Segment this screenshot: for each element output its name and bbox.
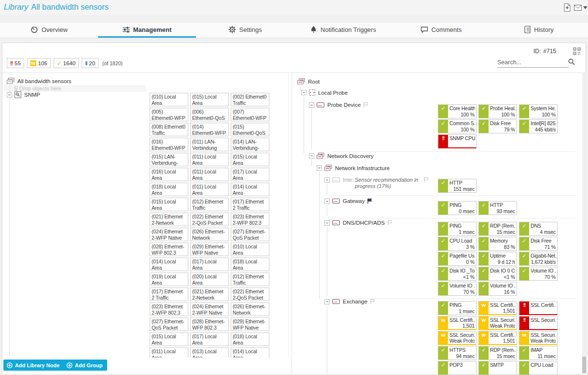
add-library-node-button[interactable]: Add Library Node xyxy=(3,360,64,371)
tab-management[interactable]: Management xyxy=(98,23,196,38)
library-sensor-box[interactable]: (015) LAN-Verbindung- xyxy=(150,153,188,166)
library-sensor-box[interactable]: (027) Ethernet-QoS Packet xyxy=(231,228,269,241)
sensor-box[interactable]: ✓ RDP (Rem... 15 msec xyxy=(478,346,517,360)
library-sensor-box[interactable]: (014) LAN-Verbindung-QoS xyxy=(231,138,269,151)
sensor-box[interactable]: ✓ Pagefile Us... 0 % xyxy=(438,252,476,266)
collapse-toggle[interactable] xyxy=(324,177,330,183)
library-sensor-box[interactable]: (014) Local Area xyxy=(231,347,269,358)
search-icon[interactable] xyxy=(568,58,575,65)
sensor-box[interactable]: W SSL Securi... Weak Proto... xyxy=(438,331,476,345)
collapse-toggle[interactable] xyxy=(309,153,314,159)
library-sensor-box[interactable]: (022) Ethernet 2-QoS Packet xyxy=(190,213,229,226)
tab-settings[interactable]: Settings xyxy=(196,23,294,38)
tree-node-dns-dhcp-ads[interactable]: DNS/DHCP/ADS xyxy=(324,220,393,226)
sensor-box[interactable]: ✓ Disk IO 0 C: <1 % xyxy=(478,267,517,281)
sensor-box[interactable]: ✓ Disk Free 71 % xyxy=(519,237,558,251)
sensor-box[interactable]: ✓ DNS 4 msec xyxy=(519,222,558,236)
sensor-box[interactable]: ✓ SMTP xyxy=(478,361,517,375)
sensor-box[interactable]: ✓ Disk Free 79 % xyxy=(478,119,517,133)
sensor-box[interactable]: ✓ PING 1 msec xyxy=(438,301,476,315)
tab-comments[interactable]: Comments xyxy=(392,23,490,38)
tree-node-internet[interactable]: Inte... xyxy=(324,177,357,183)
add-group-button[interactable]: Add Group xyxy=(63,360,107,371)
library-sensor-box[interactable]: (026) Ethernet-Network xyxy=(231,303,269,316)
library-sensor-box[interactable]: (029) Ethernet-WFP Native xyxy=(190,243,229,256)
library-sensor-box[interactable]: (024) Ethernet 2-WFP Native xyxy=(190,303,229,316)
tree-node-exchange[interactable]: Exchange xyxy=(324,299,376,304)
tab-history[interactable]: History xyxy=(490,23,588,38)
collapse-toggle[interactable] xyxy=(7,92,12,98)
sensor-box[interactable]: ✓ PING 0 msec xyxy=(438,201,476,215)
status-count-badge[interactable]: W 105 xyxy=(27,58,51,68)
library-sensor-box[interactable]: (012) Ethernet Traffic xyxy=(190,198,229,211)
library-sensor-box[interactable]: (029) Ethernet-WFP Native xyxy=(231,317,269,331)
tab-overview[interactable]: Overview xyxy=(0,23,98,38)
collapse-toggle[interactable] xyxy=(324,199,330,204)
library-sensor-box[interactable]: (011) Local Area xyxy=(190,168,229,181)
sensor-box[interactable]: ✓ Probe Heal... 100 % xyxy=(478,104,517,118)
library-sensor-box[interactable]: (017) Local Area xyxy=(231,168,269,181)
tree-node-local-probe[interactable]: Local Probe xyxy=(301,89,348,96)
library-sensor-box[interactable]: (006) Ethernet0-QoS Packet xyxy=(190,108,229,121)
library-sensor-box[interactable]: (015) Local Area xyxy=(150,332,188,346)
sensor-box[interactable]: ✓ PING 1 msec xyxy=(438,222,476,236)
sensor-box[interactable]: ✓ Intel[R] 825... 445 kbit/s xyxy=(519,119,558,133)
library-node-snmp[interactable]: SNMP xyxy=(7,91,40,98)
sensor-box[interactable]: W SSL Certifi... 1,501 xyxy=(478,331,517,345)
library-sensor-box[interactable]: (011) Local Area xyxy=(190,153,229,166)
library-sensor-box[interactable]: (018) Local Area xyxy=(231,258,269,271)
library-sensor-box[interactable]: (014) Local Area xyxy=(150,258,188,271)
library-sensor-box[interactable]: (011) LAN-Verbindung xyxy=(190,138,229,151)
sensor-box[interactable]: ✓ HTTP 93 msec xyxy=(478,201,517,215)
library-sensor-box[interactable]: (016) Local Area xyxy=(150,168,188,181)
library-sensor-box[interactable]: (010) Local Area xyxy=(231,243,269,256)
sensor-box[interactable]: ✓ Core Health 100 % xyxy=(438,104,476,118)
collapse-toggle[interactable] xyxy=(309,102,314,108)
library-sensor-box[interactable]: (023) Ethernet 2-WFP 802.3 xyxy=(150,303,188,316)
collapse-toggle[interactable] xyxy=(324,299,330,304)
sensor-box[interactable]: ✓ System He... 100 % xyxy=(519,104,558,118)
sensor-box[interactable]: ✓ Volume IO ... 70 % xyxy=(438,282,476,296)
search-input[interactable] xyxy=(497,58,569,68)
library-sensor-box[interactable]: (021) Ethernet 2-Network xyxy=(150,213,188,226)
library-sensor-box[interactable]: (012) Ethernet Traffic xyxy=(231,273,269,286)
library-sensor-box[interactable]: (015) Local Area xyxy=(150,198,188,211)
collapse-toggle[interactable] xyxy=(301,90,307,95)
email-icon[interactable] xyxy=(574,5,582,11)
sensor-box[interactable]: !! SSL Certifi... xyxy=(519,301,558,315)
sensor-box[interactable]: ✓ Volume IO ... 16 % xyxy=(478,282,517,296)
tree-node-network-discovery[interactable]: Network Discovery xyxy=(309,153,374,159)
sensor-box[interactable]: ✓ POP3 xyxy=(438,361,476,375)
library-sensor-box[interactable]: (015) Local Area xyxy=(190,93,229,106)
library-sensor-box[interactable]: (028) Ethernet-WFP 802.3 xyxy=(150,243,188,256)
library-sensor-box[interactable]: (024) Ethernet 2-WFP Native xyxy=(150,228,188,241)
library-sensor-box[interactable]: (023) Ethernet 2-WFP 802.3 xyxy=(231,213,269,226)
library-sensor-box[interactable]: (018) Local Area xyxy=(150,183,188,196)
tree-node-network-infrastructure[interactable]: Network Infrastructure xyxy=(317,165,390,171)
library-sensor-box[interactable]: (017) Ethernet 2 Traffic xyxy=(150,288,188,301)
sensor-box[interactable]: ✓ Gigabit-Net... 1,672 kbit/s xyxy=(519,252,558,266)
tree-node-probe-device[interactable]: Probe Device xyxy=(309,102,369,108)
sensor-box[interactable]: ✓ CPU Load 3 % xyxy=(438,237,476,251)
library-sensor-box[interactable]: (013) Local Area xyxy=(190,347,229,358)
collapse-toggle[interactable] xyxy=(324,220,330,226)
library-sensor-box[interactable]: (021) Ethernet 2-Network xyxy=(190,288,229,301)
library-sensor-box[interactable]: (008) Ethernet0 Traffic xyxy=(150,123,188,136)
library-sensor-box[interactable]: (014) Ethernet0-WFP Native xyxy=(190,123,229,136)
sensor-box[interactable]: ✓ CPU Load xyxy=(519,361,558,375)
library-sensor-box[interactable]: (022) Ethernet 2-QoS Packet xyxy=(231,288,269,301)
library-sensor-box[interactable]: (027) Ethernet-QoS Packet xyxy=(150,317,188,331)
device-tree-root[interactable]: Root xyxy=(297,78,320,85)
collapse-toggle[interactable] xyxy=(317,165,322,171)
sensor-box[interactable]: ✓ Memory 83 % xyxy=(478,237,517,251)
library-sensor-box[interactable]: (011) Local Area xyxy=(150,347,188,358)
chevron-down-icon[interactable] xyxy=(583,6,588,9)
status-count-badge[interactable]: ✓ 1640 xyxy=(54,58,79,68)
library-sensor-box[interactable]: (017) Local Area xyxy=(190,258,229,271)
library-sensor-box[interactable]: (010) Local Area xyxy=(150,93,188,106)
sensor-box[interactable]: W SSL Securi... Weak Proto... xyxy=(478,316,517,330)
sensor-box[interactable]: ✓ HTTP 151 msec xyxy=(438,179,476,193)
library-sensor-box[interactable]: (002) Ethernet0 Traffic xyxy=(231,93,269,106)
sensor-box[interactable]: ✓ Disk IO _To... <1 % xyxy=(438,267,476,281)
sensor-box[interactable]: ✓ Uptime 9 d 12 h xyxy=(478,252,517,266)
